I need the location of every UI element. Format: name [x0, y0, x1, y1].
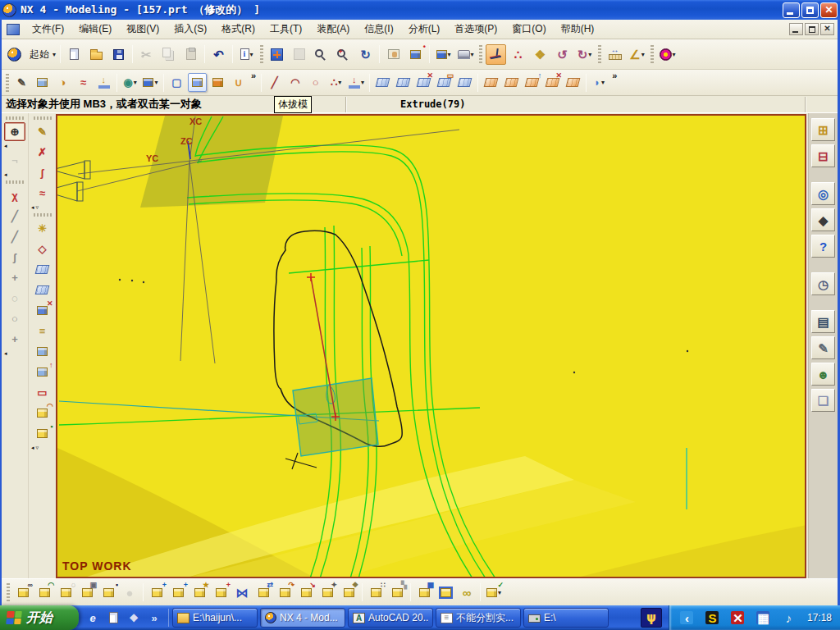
flyout-arrow[interactable]: ◂ ▿: [29, 204, 56, 211]
add-existing-component-button[interactable]: +: [147, 582, 167, 602]
wcs-dynamics-button[interactable]: [486, 44, 506, 65]
materials-palette-button[interactable]: ▤: [811, 310, 835, 333]
start-button[interactable]: 开始: [0, 605, 79, 630]
select-components-button[interactable]: ◌: [56, 582, 75, 602]
tray-display-button[interactable]: ▦: [753, 608, 774, 628]
tray-collapse-button[interactable]: ‹: [677, 608, 697, 628]
more-shape-tools-button[interactable]: ◗▾: [590, 73, 609, 92]
swept-surface-button[interactable]: ▭: [435, 73, 454, 92]
flyout-arrow[interactable]: ◂: [2, 171, 28, 178]
curve-chamfer-button[interactable]: χ: [4, 186, 25, 205]
doc-minimize-button[interactable]: [789, 23, 803, 35]
patch-sheet-button[interactable]: ✕: [543, 73, 562, 92]
open-component-button[interactable]: ◠: [34, 582, 54, 602]
task-autocad[interactable]: AutoCAD 20...: [348, 608, 433, 628]
tray-alert-button[interactable]: ✕: [728, 608, 748, 628]
restore-button[interactable]: [801, 2, 819, 18]
toolbar-overflow[interactable]: »: [251, 70, 256, 80]
trim-body-button[interactable]: ◑: [53, 73, 72, 92]
pattern-component-button[interactable]: +: [211, 582, 231, 602]
customize-tools-button[interactable]: ✎: [811, 336, 835, 359]
input-method-button[interactable]: ψ: [641, 608, 662, 628]
arrangements-button[interactable]: ❖: [339, 582, 358, 602]
history-button[interactable]: ◷: [811, 272, 835, 295]
help-button[interactable]: ?: [811, 235, 835, 258]
profile-curve-button[interactable]: ○: [306, 73, 325, 92]
flyout-arrow[interactable]: ◂: [2, 350, 28, 357]
zoom-in-out-button[interactable]: [333, 44, 354, 65]
rotate-left-button[interactable]: ↺: [552, 44, 573, 65]
graphics-viewport[interactable]: XC ZC YC TOP WORK: [56, 114, 806, 578]
section-surface-button[interactable]: [455, 73, 474, 92]
tray-volume-button[interactable]: ♪: [778, 608, 799, 628]
through-curves-tool-button[interactable]: [32, 260, 53, 279]
collaboration-button[interactable]: ☻: [811, 363, 835, 386]
menu-item-4[interactable]: 格式(R): [214, 20, 262, 39]
trim-curve-button[interactable]: ✗: [32, 143, 53, 162]
associative-line-button[interactable]: ╱: [4, 227, 25, 246]
through-curve-mesh-button[interactable]: [394, 73, 413, 92]
freeform-feature-button[interactable]: ≈: [74, 73, 93, 92]
interpart-links-button[interactable]: ∞: [457, 582, 477, 602]
menu-item-0[interactable]: 文件(F): [25, 20, 71, 39]
toolbar-grip[interactable]: [651, 45, 654, 63]
replace-component-button[interactable]: ↷: [275, 582, 294, 602]
rotate-right-button[interactable]: ↻▾: [574, 44, 595, 65]
toolbar-grip[interactable]: [6, 74, 9, 92]
pan-view-button[interactable]: [383, 44, 404, 65]
studio-surface-tool-button[interactable]: ☀: [32, 219, 53, 238]
flyout-arrow[interactable]: ◂: [2, 143, 28, 149]
snapshot-button[interactable]: ❖: [530, 44, 550, 65]
offset-surface-button[interactable]: [482, 73, 500, 92]
find-component-button[interactable]: ∞: [13, 582, 33, 602]
point-on-curve-button[interactable]: +: [4, 268, 25, 287]
menu-item-3[interactable]: 插入(S): [167, 20, 214, 39]
extrude-button[interactable]: ▾: [347, 73, 366, 92]
menu-item-6[interactable]: 装配(A): [309, 20, 357, 39]
trimmed-sheet-button[interactable]: ✕: [32, 301, 53, 320]
point-tool-button[interactable]: ∴▾: [326, 73, 345, 92]
toolbar-grip[interactable]: [6, 116, 24, 120]
component-group-button[interactable]: ∷: [366, 582, 386, 602]
toolbar-grip[interactable]: [6, 180, 24, 184]
boolean-operations-button[interactable]: ◉▾: [121, 73, 139, 92]
assembly-navigator-button[interactable]: ⊞: [811, 118, 835, 141]
component-set-button[interactable]: ▣: [77, 582, 97, 602]
point-constructor-button[interactable]: ⊕: [4, 122, 25, 141]
create-new-component-button[interactable]: +: [168, 582, 188, 602]
web-browser-button[interactable]: ◎: [811, 182, 835, 205]
save-file-button[interactable]: [108, 44, 129, 65]
circle-tool-button[interactable]: ○: [4, 309, 25, 328]
visual-effects-button[interactable]: ▾: [455, 44, 476, 65]
tray-input-tool-button[interactable]: S: [702, 608, 723, 628]
sew-sheet-button[interactable]: ↑: [523, 73, 541, 92]
datum-plane-button[interactable]: [33, 73, 52, 92]
menu-item-5[interactable]: 工具(T): [262, 20, 309, 39]
user-roles-button[interactable]: ▾: [657, 44, 678, 65]
toolbar-overflow[interactable]: »: [612, 70, 617, 80]
toolbar-grip[interactable]: [479, 45, 482, 63]
new-file-button[interactable]: [64, 44, 84, 65]
object-info-button[interactable]: ▾: [236, 44, 257, 65]
mirror-assembly-button[interactable]: ⋈: [232, 582, 252, 602]
new-window-button[interactable]: ❏: [811, 389, 835, 412]
task-explorer[interactable]: E:\haijun\...: [172, 608, 258, 628]
measure-distance-button[interactable]: [605, 44, 625, 65]
through-curves-button[interactable]: [373, 73, 392, 92]
curve-mesh-tool-button[interactable]: [32, 281, 53, 299]
trim-sheet-button[interactable]: [564, 73, 582, 92]
flange-button[interactable]: [32, 342, 53, 361]
promote-body-button[interactable]: ▚: [387, 582, 407, 602]
arc-button[interactable]: ◠: [285, 73, 304, 92]
menu-item-10[interactable]: 窗口(O): [504, 20, 553, 39]
solid-body-button[interactable]: ▾: [141, 73, 160, 92]
bridge-curve-button[interactable]: ʃ: [32, 163, 53, 182]
rotate-view-button[interactable]: ↻: [355, 44, 376, 65]
undo-button[interactable]: ↶: [208, 44, 229, 65]
minimize-button[interactable]: [783, 2, 800, 18]
bounded-plane-button[interactable]: ◇: [32, 240, 53, 258]
open-file-button[interactable]: [86, 44, 107, 65]
menu-item-11[interactable]: 帮助(H): [554, 20, 602, 39]
tube-feature-button[interactable]: ↑: [32, 363, 53, 381]
table-feature-button[interactable]: [94, 73, 113, 92]
